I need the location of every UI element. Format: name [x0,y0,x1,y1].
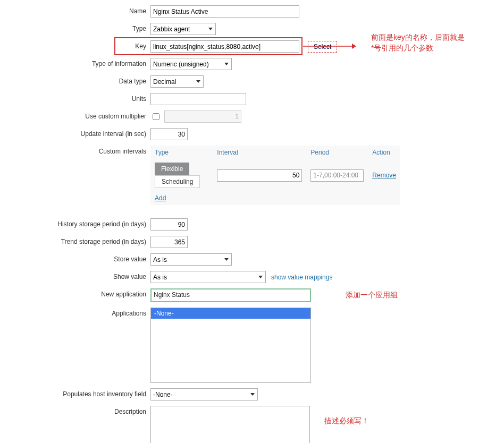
storevalue-label: Store value [5,253,150,263]
name-label: Name [5,5,150,15]
multiplier-input: 1 [164,110,241,123]
populates-select[interactable]: -None- [150,388,258,401]
customint-label: Custom intervals [5,146,150,155]
int-hdr-action: Action [368,146,400,159]
description-textarea[interactable] [150,406,310,443]
showvalue-select[interactable]: As is [150,271,266,283]
int-hdr-interval: Interval [213,146,306,159]
int-hdr-type: Type [150,146,213,159]
description-label: Description [5,406,150,415]
remove-link[interactable]: Remove [372,172,396,179]
applications-listbox[interactable]: -None- [150,308,311,383]
type-label: Type [5,23,150,32]
newapp-label: New application [5,288,150,298]
newapp-input[interactable]: Nginx Status [150,288,311,302]
arrow-icon [303,41,356,52]
updateint-input[interactable] [150,128,188,140]
datatype-select[interactable]: Decimal [150,75,204,88]
history-input[interactable] [150,218,188,231]
key-highlight-box [114,37,303,55]
tab-flexible[interactable]: Flexible [155,163,189,175]
period-input[interactable] [310,169,364,182]
key-annotation: 前面是key的名称，后面就是*号引用的几个参数 [371,32,467,53]
add-link[interactable]: Add [155,194,166,202]
datatype-label: Data type [5,75,150,85]
interval-value-input[interactable] [217,169,302,182]
custommul-label: Use custom multiplier [5,110,150,120]
custommul-checkbox[interactable] [153,113,159,120]
updateint-label: Update interval (in sec) [5,128,150,138]
mappings-link[interactable]: show value mappings [271,274,332,281]
populates-label: Populates host inventory field [5,388,150,398]
int-hdr-period: Period [306,146,368,159]
storevalue-select[interactable]: As is [150,253,232,266]
history-label: History storage period (in days) [5,218,150,228]
desc-annotation: 描述必须写！ [324,416,369,426]
newapp-annotation: 添加一个应用组 [346,291,398,300]
units-input[interactable] [150,93,246,105]
units-label: Units [5,93,150,103]
type-select[interactable]: Zabbix agent [150,23,216,35]
tab-scheduling[interactable]: Scheduling [155,175,200,188]
svg-marker-1 [352,44,356,49]
infotype-select[interactable]: Numeric (unsigned) [150,58,232,70]
apps-label: Applications [5,308,150,317]
name-input[interactable] [150,5,299,18]
showvalue-label: Show value [5,271,150,280]
trend-input[interactable] [150,236,188,248]
trend-label: Trend storage period (in days) [5,236,150,245]
infotype-label: Type of information [5,58,150,67]
list-item-none[interactable]: -None- [151,308,310,319]
